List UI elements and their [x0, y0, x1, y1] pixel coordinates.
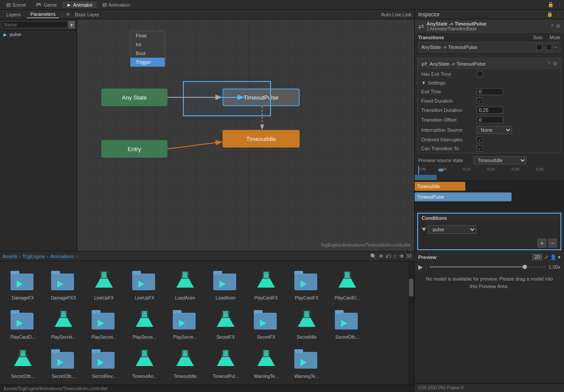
inspector-menu-icon[interactable]: ⋮	[556, 11, 560, 17]
asset-item[interactable]: PlaySecret...	[85, 304, 123, 341]
transition-minus-btn[interactable]: −	[554, 44, 557, 51]
tab-game[interactable]: 🎮 Game	[31, 1, 61, 8]
preview-source-select[interactable]: TimeoutIdle	[474, 156, 527, 164]
assets-scroll[interactable]: DamageFX DamageFXX LineUpFX LineUpFX Loa…	[0, 261, 408, 385]
fixed-duration-checkbox[interactable]	[477, 98, 483, 104]
asset-label: PlaySecre...	[173, 335, 197, 340]
transition-duration-input[interactable]	[477, 107, 503, 114]
asset-label: LoadAnim	[175, 296, 195, 300]
asset-label: PlayCardO...	[334, 296, 360, 300]
second-transition-title: AnyState -> TimeoutPulse	[430, 61, 486, 67]
asset-item[interactable]: PlayCardO...	[4, 304, 42, 341]
asset-item[interactable]: DamageFXX	[44, 265, 83, 302]
breadcrumb-animations[interactable]: Animations	[50, 254, 74, 259]
insp-help-icon[interactable]: ?	[551, 23, 553, 29]
auto-live-link[interactable]: Auto Live Link	[381, 12, 412, 17]
asset-item[interactable]: SecretFX	[206, 304, 245, 341]
second-settings-icon[interactable]: ⚙	[553, 61, 557, 67]
eye2-icon[interactable]: 👁	[378, 253, 384, 259]
asset-item[interactable]: SecretOth...	[328, 304, 367, 341]
asset-item[interactable]: PlayCardFX	[247, 265, 286, 302]
remove-condition-button[interactable]: −	[548, 239, 557, 248]
asset-item[interactable]: LineUpFX	[125, 265, 164, 302]
asset-icon	[130, 266, 159, 295]
exit-time-row: Exit Time	[418, 87, 561, 96]
asset-item[interactable]: LoadAnim	[206, 265, 245, 302]
preview-play-button[interactable]: ▶	[418, 263, 423, 270]
has-exit-time-checkbox[interactable]	[477, 71, 483, 77]
preview-controls: ▶ | 1.00x	[418, 262, 560, 272]
asset-item[interactable]: LineUpFX	[85, 265, 123, 302]
asset-item[interactable]: PlayCardO...	[328, 265, 367, 302]
condition-param-select[interactable]: pulse	[428, 225, 476, 234]
transition-offset-input[interactable]	[477, 116, 503, 123]
eye3-icon[interactable]: 👁	[399, 253, 404, 259]
graph-area[interactable]: Any State Entry TimeoutPulse TimeoutIdle	[77, 19, 414, 251]
dropdown-int[interactable]: Int	[130, 40, 165, 49]
dropdown-bool[interactable]: Bool	[130, 49, 165, 58]
settings-header[interactable]: ▼ Settings	[418, 79, 561, 87]
asset-item[interactable]: SecretIdle	[287, 304, 326, 341]
menu-icon[interactable]: ⋮	[557, 2, 562, 7]
state-timeout-idle[interactable]: TimeoutIdle	[223, 130, 300, 148]
add-param-button[interactable]: +	[68, 21, 75, 29]
timeline-tracks[interactable]: TimeoutIdle TimeoutPulse	[415, 180, 564, 211]
playhead-btn[interactable]: ◀▶	[438, 167, 445, 172]
dropdown-trigger[interactable]: Trigger	[130, 58, 165, 67]
condition-triangle-icon[interactable]	[422, 228, 426, 231]
add-condition-button[interactable]: +	[538, 239, 546, 248]
asset-item[interactable]: SecretOth...	[4, 343, 42, 381]
solo-checkbox[interactable]	[536, 44, 542, 50]
asset-item[interactable]: WarningTe...	[287, 343, 326, 381]
tab-animator[interactable]: ► Animator	[62, 1, 97, 8]
asset-item[interactable]: PlayCardFX	[287, 265, 326, 302]
transitions-cols: Solo Mute	[533, 35, 561, 40]
state-entry[interactable]: Entry	[101, 140, 167, 158]
asset-item[interactable]: SecretRev...	[85, 343, 123, 381]
svg-marker-78	[223, 350, 228, 356]
col-mute: Mute	[550, 35, 560, 40]
asset-item[interactable]: PlaySecre...	[125, 304, 164, 341]
insp-settings-icon[interactable]: ⚙	[556, 23, 560, 29]
dropdown-float[interactable]: Float	[130, 31, 165, 40]
can-transition-checkbox[interactable]	[477, 145, 483, 152]
preview-btn2[interactable]: 👤	[550, 254, 557, 260]
asset-item[interactable]: PlaySecre...	[166, 304, 204, 341]
star-icon[interactable]: ☆	[393, 253, 397, 259]
tl-state-pulse: TimeoutPulse	[415, 192, 512, 201]
exit-time-input[interactable]	[477, 88, 503, 95]
breadcrumb-tcgengine[interactable]: TcgEngine	[22, 254, 45, 259]
search-icon[interactable]: 🔍	[370, 253, 377, 259]
tab-layers[interactable]: Layers	[3, 11, 24, 18]
tab-scene[interactable]: ▤ Scene	[2, 1, 30, 8]
asset-item[interactable]: SecretFX	[247, 304, 286, 341]
asset-item[interactable]: WarningTe...	[247, 343, 286, 381]
tab-parameters[interactable]: Parameters	[27, 11, 59, 18]
asset-item[interactable]: LoadAnim	[166, 265, 204, 302]
assets-scrollbar[interactable]	[408, 261, 414, 385]
state-any-state[interactable]: Any State	[101, 89, 167, 106]
asset-item[interactable]: TimeoutIdle	[166, 343, 204, 381]
transition-row[interactable]: AnyState -> TimeoutPulse −	[418, 42, 560, 52]
asset-item[interactable]: DamageFX	[4, 265, 42, 302]
second-help-icon[interactable]: ?	[548, 61, 550, 67]
tag-icon[interactable]: 🏷	[386, 253, 391, 259]
interruption-source-select[interactable]: None	[477, 126, 512, 134]
ordered-interruption-checkbox[interactable]	[477, 137, 483, 143]
asset-item[interactable]: SecretOth...	[44, 343, 83, 381]
preview-btn3[interactable]: ▾	[558, 254, 560, 260]
breadcrumb-assets[interactable]: Assets	[3, 254, 17, 259]
tab-animation[interactable]: ▤ Animation	[98, 1, 134, 8]
asset-item[interactable]: TimeoutAn...	[125, 343, 164, 381]
transition-offset-row: Transition Offset	[418, 115, 561, 125]
asset-item[interactable]: PlaySecret...	[44, 304, 83, 341]
transition-duration-label: Transition Duration	[421, 107, 474, 113]
search-input[interactable]	[2, 21, 67, 28]
inspector-lock-icon[interactable]: 🔒	[547, 11, 553, 17]
tab-scene-label: Scene	[12, 2, 26, 7]
preview-slider[interactable]	[430, 266, 546, 267]
mute-checkbox[interactable]	[546, 44, 552, 50]
asset-item[interactable]: TimeoutPul...	[206, 343, 245, 381]
bottom-status: 0:00 (000.0%) Frame 0	[415, 383, 564, 392]
preview-btn1[interactable]: ⤢	[544, 254, 549, 260]
